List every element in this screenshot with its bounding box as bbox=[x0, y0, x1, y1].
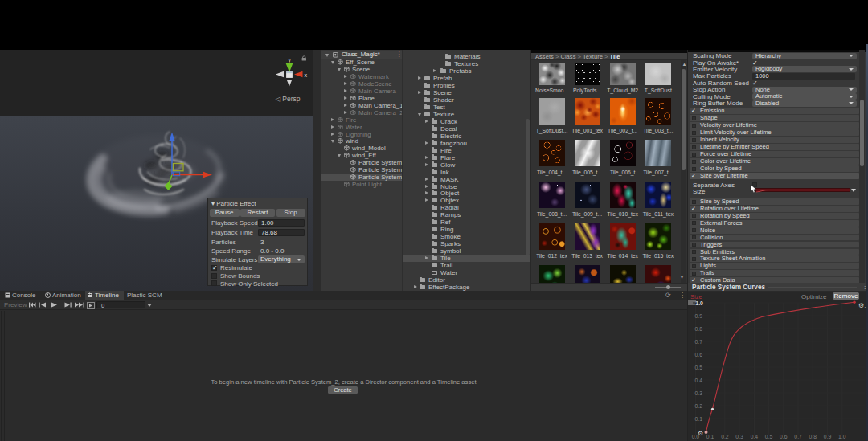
svg-text:0.7: 0.7 bbox=[695, 339, 703, 345]
svg-text:0.5: 0.5 bbox=[695, 365, 703, 370]
svg-text:0.9: 0.9 bbox=[695, 313, 703, 319]
svg-text:0.1: 0.1 bbox=[695, 416, 703, 422]
svg-text:0.1: 0.1 bbox=[706, 434, 714, 439]
svg-text:0.3: 0.3 bbox=[695, 390, 703, 396]
svg-text:0.5: 0.5 bbox=[765, 434, 773, 439]
svg-text:x: x bbox=[305, 72, 308, 78]
svg-text:0.6: 0.6 bbox=[695, 352, 703, 357]
svg-text:0.2: 0.2 bbox=[695, 403, 703, 409]
svg-text:0.2: 0.2 bbox=[721, 434, 729, 439]
svg-text:⚙: ⚙ bbox=[698, 430, 703, 437]
svg-text:0.6: 0.6 bbox=[780, 434, 788, 439]
svg-text:0.4: 0.4 bbox=[751, 434, 759, 439]
svg-text:0.8: 0.8 bbox=[809, 434, 817, 439]
svg-text:0.9: 0.9 bbox=[824, 434, 832, 439]
svg-text:1.0: 1.0 bbox=[838, 434, 846, 439]
svg-text:y: y bbox=[289, 57, 292, 63]
svg-text:0.4: 0.4 bbox=[695, 378, 703, 383]
svg-text:0.8: 0.8 bbox=[695, 326, 703, 332]
svg-text:0.7: 0.7 bbox=[794, 434, 802, 439]
svg-text:0.3: 0.3 bbox=[735, 434, 743, 439]
svg-text:1.0: 1.0 bbox=[695, 300, 703, 306]
